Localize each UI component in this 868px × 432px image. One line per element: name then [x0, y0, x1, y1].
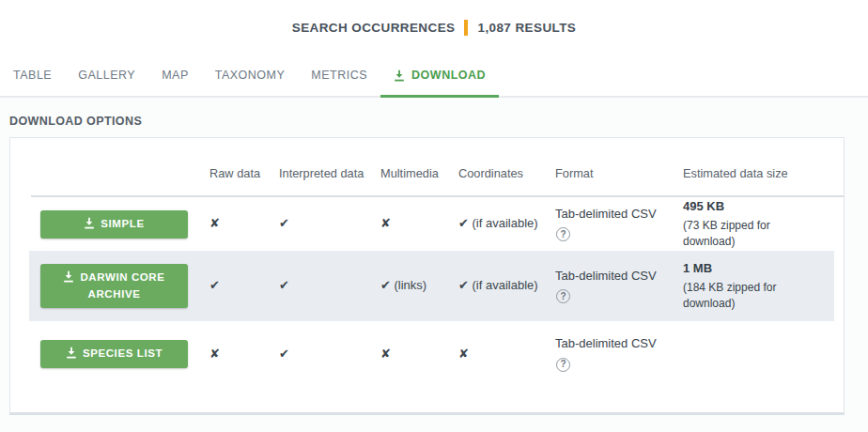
darwin-core-archive-download-button[interactable]: DARWIN CORE ARCHIVE	[40, 264, 188, 308]
tab-map[interactable]: MAP	[148, 56, 202, 96]
interpreted-data-mark: ✔	[279, 277, 380, 295]
column-header-format: Format	[555, 166, 683, 180]
estimated-size-cell: 1 MB (184 KB zipped for download)	[683, 260, 834, 311]
main-section: DOWNLOAD OPTIONS Raw data Interpreted da…	[0, 98, 868, 432]
format-label: Tab-delimited CSV	[555, 206, 674, 224]
multimedia-mark: ✘	[380, 215, 458, 233]
table-body: SIMPLE ✘ ✔ ✘ ✔ (if available) Tab-delimi…	[10, 197, 844, 387]
tab-table[interactable]: TABLE	[0, 56, 65, 96]
download-row-simple: SIMPLE ✘ ✔ ✘ ✔ (if available) Tab-delimi…	[29, 197, 834, 251]
results-count: 1,087 RESULTS	[477, 21, 576, 35]
tab-label: DOWNLOAD	[411, 69, 486, 82]
tab-label: TABLE	[13, 69, 52, 82]
download-button-label: DARWIN CORE ARCHIVE	[80, 271, 164, 299]
download-button-label: SIMPLE	[101, 218, 144, 229]
coordinates-mark: ✔ (if available)	[458, 215, 555, 233]
column-header-interpreted-data: Interpreted data	[279, 166, 380, 180]
tab-bar: TABLE GALLERY MAP TAXONOMY METRICS DOWNL…	[0, 56, 868, 98]
format-cell: Tab-delimited CSV ?	[555, 206, 683, 243]
download-icon	[394, 69, 405, 82]
row-button-cell: SPECIES LIST	[31, 340, 209, 368]
download-row-darwin-core-archive: DARWIN CORE ARCHIVE ✔ ✔ ✔ (links) ✔ (if …	[29, 251, 834, 321]
size-value: 1 MB	[683, 260, 825, 278]
raw-data-mark: ✘	[209, 215, 279, 233]
tab-label: GALLERY	[78, 69, 135, 82]
download-icon	[66, 347, 77, 359]
estimated-size-cell: 495 KB (73 KB zipped for download)	[683, 198, 834, 249]
page-title: SEARCH OCCURRENCES	[292, 21, 456, 35]
row-button-cell: SIMPLE	[31, 210, 209, 239]
multimedia-mark: ✔ (links)	[380, 277, 458, 295]
format-label: Tab-delimited CSV	[555, 268, 674, 285]
simple-download-button[interactable]: SIMPLE	[40, 210, 188, 239]
help-icon[interactable]: ?	[556, 227, 570, 241]
table-header-row: Raw data Interpreted data Multimedia Coo…	[31, 138, 844, 197]
raw-data-mark: ✔	[209, 277, 279, 295]
download-icon	[63, 270, 74, 283]
format-cell: Tab-delimited CSV ?	[555, 335, 683, 373]
interpreted-data-mark: ✔	[279, 215, 380, 233]
size-note: (73 KB zipped for download)	[683, 218, 825, 250]
tab-gallery[interactable]: GALLERY	[65, 56, 148, 96]
tab-metrics[interactable]: METRICS	[298, 56, 380, 96]
size-note: (184 KB zipped for download)	[683, 280, 825, 312]
page-header: SEARCH OCCURRENCES 1,087 RESULTS	[0, 0, 868, 48]
help-icon[interactable]: ?	[556, 358, 570, 372]
species-list-download-button[interactable]: SPECIES LIST	[40, 340, 188, 368]
interpreted-data-mark: ✔	[279, 346, 380, 363]
download-row-species-list: SPECIES LIST ✘ ✔ ✘ ✘ Tab-delimited CSV ?	[29, 321, 834, 387]
column-header-estimated-size: Estimated data size	[683, 166, 844, 180]
tab-label: MAP	[162, 69, 189, 82]
multimedia-mark: ✘	[380, 346, 458, 363]
download-button-label: SPECIES LIST	[83, 347, 163, 359]
tab-taxonomy[interactable]: TAXONOMY	[202, 56, 299, 96]
format-cell: Tab-delimited CSV ?	[555, 268, 683, 305]
tab-download[interactable]: DOWNLOAD	[380, 56, 499, 96]
coordinates-mark: ✘	[458, 346, 555, 363]
download-options-card: Raw data Interpreted data Multimedia Coo…	[9, 137, 845, 415]
raw-data-mark: ✘	[209, 346, 279, 363]
card-bottom-spacer	[10, 387, 844, 412]
download-icon	[84, 217, 95, 229]
section-title: DOWNLOAD OPTIONS	[9, 115, 868, 128]
column-header-coordinates: Coordinates	[458, 166, 555, 180]
row-button-cell: DARWIN CORE ARCHIVE	[31, 264, 209, 308]
results-separator	[464, 20, 468, 36]
size-value: 495 KB	[683, 198, 825, 216]
coordinates-mark: ✔ (if available)	[458, 277, 555, 295]
tab-label: TAXONOMY	[215, 69, 286, 82]
help-icon[interactable]: ?	[556, 289, 570, 303]
column-header-raw-data: Raw data	[209, 166, 279, 180]
tab-label: METRICS	[311, 69, 367, 82]
format-label: Tab-delimited CSV	[555, 335, 674, 353]
column-header-multimedia: Multimedia	[380, 166, 458, 180]
